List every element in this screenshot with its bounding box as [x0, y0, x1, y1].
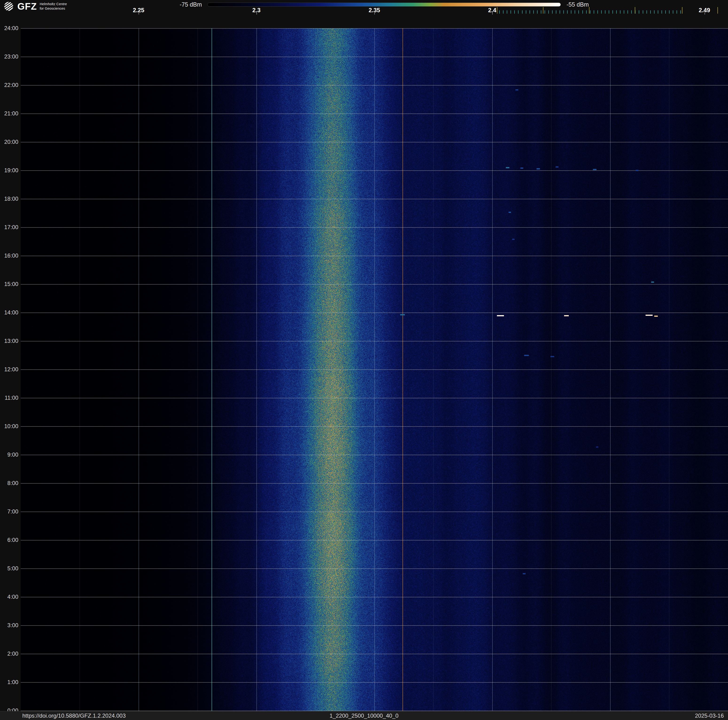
- time-tick-label: 23:00: [2, 54, 18, 60]
- footer-bar: https://doi.org/10.5880/GFZ.1.2.2024.003…: [0, 711, 728, 720]
- time-tick-label: 4:00: [2, 594, 18, 600]
- time-tick-label: 7:00: [2, 508, 18, 515]
- time-tick-label: 21:00: [2, 110, 18, 117]
- time-tick-label: 17:00: [2, 224, 18, 231]
- time-tick-label: 8:00: [2, 480, 18, 486]
- time-tick-label: 11:00: [2, 395, 18, 401]
- gfz-logo: GFZ Helmholtz Centre for Geosciences: [4, 2, 67, 11]
- time-tick-label: 5:00: [2, 565, 18, 572]
- time-tick-label: 15:00: [2, 281, 18, 287]
- gfz-logo-subtitle: Helmholtz Centre for Geosciences: [40, 2, 67, 11]
- time-tick-label: 18:00: [2, 196, 18, 202]
- gfz-logo-icon: [4, 2, 15, 11]
- time-tick-label: 3:00: [2, 622, 18, 629]
- gfz-logo-subtitle-line1: Helmholtz Centre: [40, 2, 67, 6]
- colorbar-group: -75 dBm -55 dBm: [180, 1, 589, 8]
- header-bar: GFZ Helmholtz Centre for Geosciences -75…: [0, 0, 728, 14]
- time-tick-label: 13:00: [2, 338, 18, 344]
- dataset-id: 1_2200_2500_10000_40_0: [329, 712, 399, 719]
- time-tick-label: 20:00: [2, 139, 18, 145]
- time-tick-label: 10:00: [2, 423, 18, 430]
- doi-link[interactable]: https://doi.org/10.5880/GFZ.1.2.2024.003: [22, 712, 125, 719]
- colorbar-gradient: [207, 3, 561, 6]
- time-tick-label: 14:00: [2, 309, 18, 316]
- gfz-logo-text: GFZ: [17, 2, 37, 11]
- time-tick-label: 12:00: [2, 366, 18, 373]
- time-axis: 24:0023:0022:0021:0020:0019:0018:0017:00…: [0, 0, 21, 720]
- spectrogram-app: GFZ Helmholtz Centre for Geosciences -75…: [0, 0, 728, 720]
- gfz-logo-subtitle-line2: for Geosciences: [40, 6, 67, 11]
- time-tick-label: 19:00: [2, 167, 18, 174]
- colorbar-min-label: -75 dBm: [180, 1, 202, 8]
- time-tick-label: 1:00: [2, 679, 18, 685]
- colorbar-max-label: -55 dBm: [566, 1, 589, 8]
- time-tick-label: 9:00: [2, 451, 18, 458]
- date-label: 2025-03-16: [695, 712, 724, 719]
- time-tick-label: 24:00: [2, 25, 18, 32]
- spectrogram-canvas: [21, 28, 728, 711]
- time-tick-label: 2:00: [2, 650, 18, 657]
- time-tick-label: 22:00: [2, 82, 18, 88]
- time-tick-label: 6:00: [2, 537, 18, 543]
- spectrogram-plot: [21, 28, 728, 711]
- time-tick-label: 16:00: [2, 252, 18, 259]
